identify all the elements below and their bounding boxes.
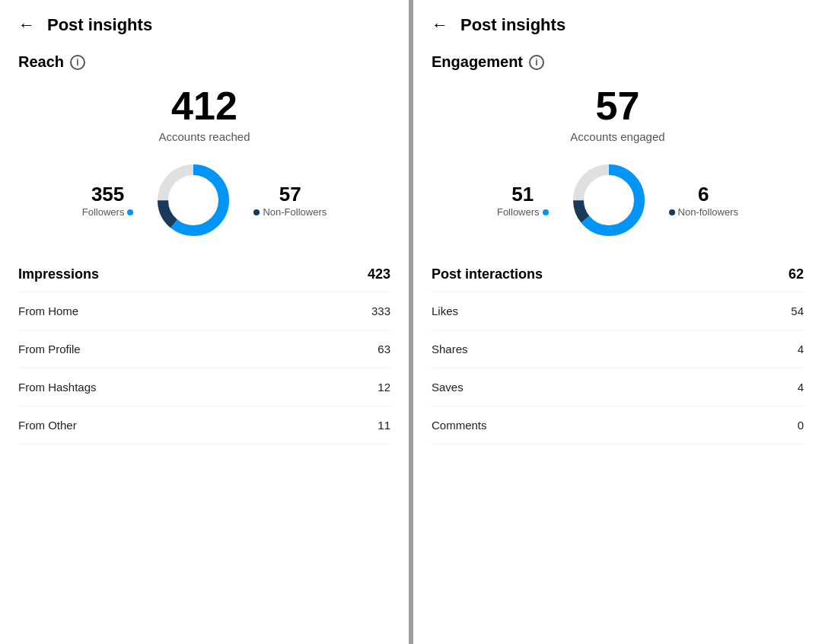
accounts-reached-number: 412 bbox=[18, 86, 390, 126]
impressions-value: 423 bbox=[368, 266, 390, 282]
right-back-button[interactable]: ← bbox=[432, 15, 448, 35]
engagement-non-followers-sub: Non-followers bbox=[669, 206, 738, 218]
comments-value: 0 bbox=[798, 419, 804, 432]
shares-label: Shares bbox=[432, 343, 468, 355]
left-panel: ← Post insights Reach i 412 Accounts rea… bbox=[0, 0, 409, 644]
saves-row: Saves 4 bbox=[432, 368, 804, 406]
from-profile-row: From Profile 63 bbox=[18, 330, 390, 368]
impressions-label: Impressions bbox=[18, 266, 99, 282]
likes-value: 54 bbox=[791, 304, 804, 317]
post-interactions-rows: Likes 54 Shares 4 Saves 4 Comments 0 bbox=[432, 292, 804, 445]
engagement-donut-section: 51 Followers 6 Non-followers bbox=[432, 158, 804, 242]
shares-value: 4 bbox=[798, 343, 804, 355]
reach-followers-sub: Followers bbox=[82, 206, 134, 218]
from-profile-label: From Profile bbox=[18, 343, 81, 355]
reach-label: Reach bbox=[18, 53, 64, 71]
reach-non-followers-sub: Non-Followers bbox=[253, 206, 327, 218]
reach-followers-text: Followers bbox=[82, 206, 125, 218]
post-interactions-label: Post interactions bbox=[432, 266, 543, 282]
likes-row: Likes 54 bbox=[432, 292, 804, 330]
engagement-non-followers-text: Non-followers bbox=[678, 206, 738, 218]
engagement-followers-label: 51 Followers bbox=[497, 183, 549, 218]
engagement-followers-sub: Followers bbox=[497, 206, 549, 218]
from-hashtags-label: From Hashtags bbox=[18, 381, 97, 394]
from-other-value: 11 bbox=[378, 419, 390, 432]
from-other-label: From Other bbox=[18, 419, 77, 432]
engagement-non-followers-label: 6 Non-followers bbox=[669, 183, 738, 218]
non-followers-dot bbox=[253, 209, 260, 215]
left-page-title: Post insights bbox=[47, 15, 152, 35]
from-home-value: 333 bbox=[371, 304, 390, 317]
left-back-button[interactable]: ← bbox=[18, 15, 35, 35]
post-interactions-value: 62 bbox=[789, 266, 804, 282]
engagement-label: Engagement bbox=[432, 53, 523, 71]
reach-donut-chart bbox=[151, 158, 235, 242]
engagement-non-followers-number: 6 bbox=[669, 183, 738, 206]
accounts-engaged-label: Accounts engaged bbox=[432, 130, 804, 143]
likes-label: Likes bbox=[432, 304, 458, 317]
from-other-row: From Other 11 bbox=[18, 406, 390, 445]
reach-followers-number: 355 bbox=[82, 183, 134, 206]
engagement-followers-number: 51 bbox=[497, 183, 549, 206]
impressions-rows: From Home 333 From Profile 63 From Hasht… bbox=[18, 292, 390, 445]
reach-section-title: Reach i bbox=[18, 53, 390, 71]
shares-row: Shares 4 bbox=[432, 330, 804, 368]
reach-non-followers-label: 57 Non-Followers bbox=[253, 183, 327, 218]
reach-non-followers-number: 57 bbox=[253, 183, 327, 206]
saves-label: Saves bbox=[432, 381, 464, 394]
comments-label: Comments bbox=[432, 419, 487, 432]
reach-info-icon[interactable]: i bbox=[70, 55, 85, 70]
engagement-followers-text: Followers bbox=[497, 206, 540, 218]
right-panel: ← Post insights Engagement i 57 Accounts… bbox=[413, 0, 822, 644]
engagement-followers-dot bbox=[543, 209, 549, 215]
reach-non-followers-text: Non-Followers bbox=[263, 206, 327, 218]
from-profile-value: 63 bbox=[378, 343, 390, 355]
accounts-reached-label: Accounts reached bbox=[18, 130, 390, 143]
saves-value: 4 bbox=[798, 381, 804, 394]
right-page-title: Post insights bbox=[460, 15, 566, 35]
reach-followers-label: 355 Followers bbox=[82, 183, 134, 218]
accounts-engaged-number: 57 bbox=[432, 86, 804, 126]
engagement-donut-chart bbox=[567, 158, 651, 242]
post-interactions-header: Post interactions 62 bbox=[432, 266, 804, 285]
engagement-non-followers-dot bbox=[669, 209, 675, 215]
impressions-header: Impressions 423 bbox=[18, 266, 390, 285]
engagement-section-title: Engagement i bbox=[432, 53, 804, 71]
comments-row: Comments 0 bbox=[432, 406, 804, 445]
from-hashtags-value: 12 bbox=[378, 381, 390, 394]
from-home-label: From Home bbox=[18, 304, 78, 317]
engagement-info-icon[interactable]: i bbox=[529, 55, 544, 70]
from-hashtags-row: From Hashtags 12 bbox=[18, 368, 390, 406]
from-home-row: From Home 333 bbox=[18, 292, 390, 330]
reach-donut-section: 355 Followers 57 Non-Followers bbox=[18, 158, 390, 242]
right-header: ← Post insights bbox=[432, 15, 804, 35]
followers-dot bbox=[127, 209, 133, 215]
left-header: ← Post insights bbox=[18, 15, 390, 35]
